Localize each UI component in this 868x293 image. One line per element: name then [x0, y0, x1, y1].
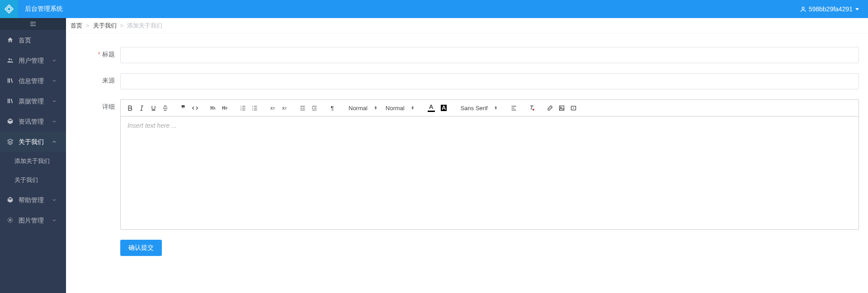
- breadcrumb-current: 添加关于我们: [127, 22, 162, 30]
- svg-line-31: [531, 106, 532, 109]
- label-text: 来源: [102, 77, 115, 84]
- cube-icon: [7, 196, 14, 203]
- form-row-source: 来源: [75, 73, 859, 89]
- underline-button[interactable]: [148, 102, 159, 113]
- svg-point-0: [802, 7, 804, 9]
- sidebar-sub-label: 关于我们: [14, 176, 38, 184]
- logo-icon: [4, 4, 14, 14]
- sidebar: 首页 用户管理 信息管理 票据管理: [0, 18, 66, 293]
- label-text: 标题: [102, 51, 115, 58]
- editor-content[interactable]: [121, 116, 859, 229]
- form: *标题 来源 详细 ❞: [66, 33, 868, 265]
- breadcrumb-about[interactable]: 关于我们: [93, 22, 117, 30]
- sidebar-item-info[interactable]: 信息管理: [0, 70, 66, 91]
- svg-text:3: 3: [240, 109, 241, 111]
- outdent-button[interactable]: [297, 102, 308, 113]
- indent-button[interactable]: [309, 102, 320, 113]
- image-button[interactable]: [557, 102, 567, 113]
- sidebar-item-news[interactable]: 资讯管理: [0, 111, 66, 131]
- italic-button[interactable]: [136, 102, 147, 113]
- title-label: *标题: [75, 47, 120, 59]
- users-icon: [7, 57, 14, 64]
- sidebar-menu: 首页 用户管理 信息管理 票据管理: [0, 30, 66, 230]
- font-picker[interactable]: Sans Serif▲▼: [459, 102, 500, 113]
- bg-color-button[interactable]: A: [438, 105, 450, 111]
- svg-point-2: [11, 59, 12, 60]
- svg-line-6: [141, 106, 142, 110]
- label-text: 详细: [102, 103, 115, 110]
- superscript-button[interactable]: x2: [279, 102, 290, 113]
- text-color-button[interactable]: A: [425, 104, 437, 112]
- svg-rect-34: [560, 106, 564, 110]
- picker-label: Normal: [386, 105, 405, 112]
- breadcrumb-sep: >: [86, 22, 90, 29]
- form-row-title: *标题: [75, 47, 859, 63]
- sidebar-label-about: 关于我们: [19, 139, 44, 145]
- sidebar-item-users[interactable]: 用户管理: [0, 50, 66, 70]
- source-label: 来源: [75, 73, 120, 85]
- rich-editor: ❞ H1 H2 123 x2 x2: [120, 99, 859, 230]
- ordered-list-button[interactable]: 123: [237, 102, 248, 113]
- user-menu[interactable]: 598bb29fa4291: [800, 5, 859, 13]
- sidebar-label-help: 帮助管理: [19, 197, 44, 203]
- chevron-up-icon: [52, 139, 57, 144]
- caret-down-icon: [855, 8, 859, 10]
- breadcrumb: 首页 > 关于我们 > 添加关于我们: [66, 18, 868, 33]
- sidebar-item-help[interactable]: 帮助管理: [0, 190, 66, 210]
- books-icon: [7, 77, 14, 84]
- svg-point-1: [9, 58, 10, 60]
- sidebar-label-users: 用户管理: [19, 57, 44, 64]
- main-content: 首页 > 关于我们 > 添加关于我们 *标题 来源 详细: [66, 18, 868, 293]
- code-block-button[interactable]: [189, 102, 200, 113]
- sidebar-item-tickets[interactable]: 票据管理: [0, 91, 66, 111]
- sidebar-item-images[interactable]: 图片管理: [0, 210, 66, 230]
- sidebar-label-images: 图片管理: [19, 217, 44, 223]
- menu-collapse-icon: [29, 20, 37, 28]
- detail-label: 详细: [75, 99, 120, 111]
- bullet-list-button[interactable]: [249, 102, 260, 113]
- sidebar-item-about[interactable]: 关于我们: [0, 131, 66, 152]
- sidebar-item-home[interactable]: 首页: [0, 30, 66, 50]
- header1-button[interactable]: H1: [208, 102, 218, 113]
- books-icon: [7, 98, 14, 104]
- breadcrumb-sep: >: [120, 22, 124, 29]
- svg-point-18: [252, 106, 253, 107]
- sidebar-sub-list-about[interactable]: 关于我们: [0, 171, 66, 190]
- align-button[interactable]: [509, 102, 519, 113]
- user-icon: [800, 6, 807, 13]
- sidebar-label-home: 首页: [19, 37, 31, 43]
- blockquote-button[interactable]: ❞: [178, 102, 189, 113]
- title-input[interactable]: [120, 47, 859, 63]
- submit-button[interactable]: 确认提交: [120, 240, 162, 256]
- video-button[interactable]: [568, 102, 579, 113]
- gear-icon: [7, 217, 14, 223]
- bold-button[interactable]: [124, 102, 135, 113]
- home-icon: [7, 37, 14, 43]
- clear-format-button[interactable]: [527, 102, 538, 113]
- header-picker[interactable]: Normal▲▼: [384, 102, 416, 113]
- text-direction-button[interactable]: ¶: [327, 102, 338, 113]
- strike-button[interactable]: [160, 102, 170, 113]
- source-input[interactable]: [120, 73, 859, 89]
- chevron-down-icon: [52, 218, 57, 223]
- editor-toolbar: ❞ H1 H2 123 x2 x2: [121, 100, 859, 116]
- sidebar-sub-add-about[interactable]: 添加关于我们: [0, 152, 66, 171]
- picker-label: Normal: [349, 105, 368, 112]
- chevron-down-icon: [52, 78, 57, 84]
- link-button[interactable]: [545, 102, 556, 113]
- sidebar-label-info: 信息管理: [19, 78, 44, 84]
- app-title: 后台管理系统: [25, 5, 63, 13]
- cube-icon: [7, 118, 14, 125]
- sidebar-submenu-about: 添加关于我们 关于我们: [0, 152, 66, 190]
- breadcrumb-home[interactable]: 首页: [71, 22, 82, 30]
- sidebar-collapse-toggle[interactable]: [0, 18, 66, 30]
- svg-point-19: [252, 107, 253, 108]
- subscript-button[interactable]: x2: [267, 102, 278, 113]
- layers-icon: [7, 138, 14, 145]
- picker-label: Sans Serif: [461, 105, 488, 112]
- size-picker[interactable]: Normal▲▼: [347, 102, 379, 113]
- chevron-down-icon: [52, 98, 57, 104]
- header2-button[interactable]: H2: [219, 102, 230, 113]
- chevron-down-icon: [52, 58, 57, 63]
- sidebar-sub-label: 添加关于我们: [14, 157, 50, 165]
